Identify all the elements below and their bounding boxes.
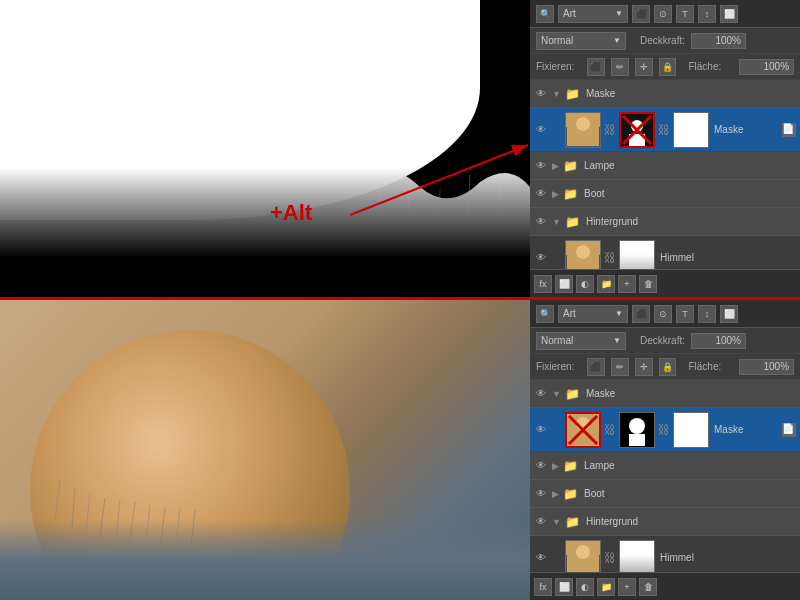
- panels-area: 🔍 Art ▼ ⬛ ⊙ T ↕ ⬜ Normal ▼ Deckkraft: 10…: [530, 0, 800, 600]
- expand-arrow-hintergrund-bottom[interactable]: ▼: [552, 517, 561, 527]
- tool-icon-1-b[interactable]: ⬛: [632, 305, 650, 323]
- expand-arrow-hintergrund-top[interactable]: ▼: [552, 217, 561, 227]
- svg-line-24: [146, 505, 150, 542]
- fix-icon-2-b[interactable]: ✏: [611, 358, 629, 376]
- eye-icon-maske[interactable]: 👁: [534, 87, 548, 101]
- eye-icon-himmel-top[interactable]: 👁: [534, 251, 548, 265]
- eye-icon-himmel-bottom[interactable]: 👁: [534, 551, 548, 565]
- art-dropdown[interactable]: Art ▼: [558, 5, 628, 23]
- top-blend-dropdown[interactable]: Normal ▼: [536, 32, 626, 50]
- mask-button-bottom[interactable]: ⬜: [555, 578, 573, 596]
- hintergrund-group-header-bottom[interactable]: 👁 ▼ 📁 Hintergrund: [530, 508, 800, 536]
- folder-icon-lampe-top: 📁: [563, 159, 578, 173]
- new-button-top[interactable]: +: [618, 275, 636, 293]
- tool-icon-t-b[interactable]: T: [676, 305, 694, 323]
- fix-icon-3[interactable]: ✛: [635, 58, 653, 76]
- svg-point-29: [576, 117, 590, 131]
- svg-point-48: [629, 418, 645, 434]
- tool-icon-arrow[interactable]: ↕: [698, 5, 716, 23]
- expand-arrow-boot-top[interactable]: ▶: [552, 189, 559, 199]
- lampe-group-name-bottom: Lampe: [584, 460, 796, 471]
- area-input-top[interactable]: 100%: [739, 59, 794, 75]
- tool-icon-box[interactable]: ⬜: [720, 5, 738, 23]
- fix-icon-lock-b[interactable]: 🔒: [659, 358, 677, 376]
- search-icon-bottom[interactable]: 🔍: [536, 305, 554, 323]
- fix-icon-1-b[interactable]: ⬛: [587, 358, 605, 376]
- expand-arrow-boot-bottom[interactable]: ▶: [552, 489, 559, 499]
- svg-line-23: [130, 502, 135, 540]
- maske-layer-item[interactable]: 👁 ⛓: [530, 108, 800, 152]
- eye-icon-boot-top[interactable]: 👁: [534, 187, 548, 201]
- canvas-bottom-image: [0, 300, 530, 600]
- expand-arrow-lampe-top[interactable]: ▶: [552, 161, 559, 171]
- hintergrund-group-header-top[interactable]: 👁 ▼ 📁 Hintergrund: [530, 208, 800, 236]
- boot-group-name-bottom: Boot: [584, 488, 796, 499]
- area-input-bottom[interactable]: 100%: [739, 359, 794, 375]
- search-icon[interactable]: 🔍: [536, 5, 554, 23]
- mask-button-top[interactable]: ⬜: [555, 275, 573, 293]
- canvas-top-texture: [0, 167, 530, 297]
- opacity-input-bottom[interactable]: 100%: [691, 333, 746, 349]
- eye-icon-maske-bottom[interactable]: 👁: [534, 387, 548, 401]
- group-button-bottom[interactable]: 📁: [597, 578, 615, 596]
- dropdown-arrow-icon: ▼: [615, 9, 623, 18]
- opacity-input-top[interactable]: 100%: [691, 33, 746, 49]
- canvas-area: +Alt: [0, 0, 530, 600]
- adj-button-top[interactable]: ◐: [576, 275, 594, 293]
- maske-layer-name-bottom: Maske: [714, 424, 779, 435]
- tool-icon-t[interactable]: T: [676, 5, 694, 23]
- maske-group-header[interactable]: 👁 ▼ 📁 Maske: [530, 80, 800, 108]
- eye-icon-hintergrund-top[interactable]: 👁: [534, 215, 548, 229]
- top-layers: 👁 ▼ 📁 Maske 👁: [530, 80, 800, 269]
- page-icon-bottom: 📄: [782, 423, 796, 437]
- delete-button-bottom[interactable]: 🗑: [639, 578, 657, 596]
- himmel-layer-name-bottom: Himmel: [660, 552, 796, 563]
- bottom-blend-dropdown[interactable]: Normal ▼: [536, 332, 626, 350]
- art-dropdown-bottom[interactable]: Art ▼: [558, 305, 628, 323]
- tool-icon-arrow-b[interactable]: ↕: [698, 305, 716, 323]
- top-panel-bottom-toolbar: fx ⬜ ◐ 📁 + 🗑: [530, 269, 800, 297]
- fix-icon-1[interactable]: ⬛: [587, 58, 605, 76]
- tool-icon-2-b[interactable]: ⊙: [654, 305, 672, 323]
- maske-group-name-bottom: Maske: [586, 388, 796, 399]
- fix-icon-2[interactable]: ✏: [611, 58, 629, 76]
- eye-icon-maske-layer[interactable]: 👁: [534, 123, 548, 137]
- expand-arrow-lampe-bottom[interactable]: ▶: [552, 461, 559, 471]
- boot-group-header-bottom[interactable]: 👁 ▶ 📁 Boot: [530, 480, 800, 508]
- chain-icon-himmel-bottom: ⛓: [604, 551, 616, 565]
- group-button-top[interactable]: 📁: [597, 275, 615, 293]
- delete-button-top[interactable]: 🗑: [639, 275, 657, 293]
- eye-icon-lampe-bottom[interactable]: 👁: [534, 459, 548, 473]
- lampe-group-header-bottom[interactable]: 👁 ▶ 📁 Lampe: [530, 452, 800, 480]
- canvas-bottom: [0, 300, 530, 600]
- fx-button-bottom[interactable]: fx: [534, 578, 552, 596]
- tool-icon-box-b[interactable]: ⬜: [720, 305, 738, 323]
- svg-line-27: [191, 510, 195, 546]
- tool-icon-2[interactable]: ⊙: [654, 5, 672, 23]
- hintergrund-group-name-bottom: Hintergrund: [586, 516, 796, 527]
- tool-icon-1[interactable]: ⬛: [632, 5, 650, 23]
- himmel-layer-item-bottom[interactable]: 👁 ⛓ Himmel: [530, 536, 800, 572]
- bottom-panel-toolbar: 🔍 Art ▼ ⬛ ⊙ T ↕ ⬜: [530, 300, 800, 328]
- fix-icon-3-b[interactable]: ✛: [635, 358, 653, 376]
- expand-arrow-maske-bottom[interactable]: ▼: [552, 389, 561, 399]
- eye-icon-lampe-top[interactable]: 👁: [534, 159, 548, 173]
- himmel-layer-item-top[interactable]: 👁 ⛓ Himmel: [530, 236, 800, 269]
- expand-arrow-maske[interactable]: ▼: [552, 89, 561, 99]
- new-button-bottom[interactable]: +: [618, 578, 636, 596]
- bottom-panel: 🔍 Art ▼ ⬛ ⊙ T ↕ ⬜ Normal ▼ Deckkraft: 10…: [530, 300, 800, 600]
- dropdown-arrow-icon-bottom: ▼: [615, 309, 623, 318]
- svg-line-25: [161, 507, 165, 544]
- eye-icon-maske-layer-bottom[interactable]: 👁: [534, 423, 548, 437]
- eye-icon-hintergrund-bottom[interactable]: 👁: [534, 515, 548, 529]
- boot-group-header-top[interactable]: 👁 ▶ 📁 Boot: [530, 180, 800, 208]
- folder-icon-maske: 📁: [565, 87, 580, 101]
- area-label-bottom: Fläche:: [688, 361, 733, 372]
- fx-button-top[interactable]: fx: [534, 275, 552, 293]
- fix-icon-lock[interactable]: 🔒: [659, 58, 677, 76]
- lampe-group-header-top[interactable]: 👁 ▶ 📁 Lampe: [530, 152, 800, 180]
- eye-icon-boot-bottom[interactable]: 👁: [534, 487, 548, 501]
- maske-layer-item-bottom[interactable]: 👁 ⛓: [530, 408, 800, 452]
- adj-button-bottom[interactable]: ◐: [576, 578, 594, 596]
- maske-group-header-bottom[interactable]: 👁 ▼ 📁 Maske: [530, 380, 800, 408]
